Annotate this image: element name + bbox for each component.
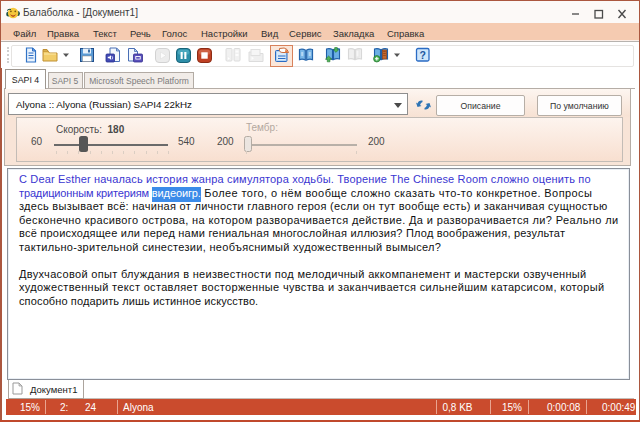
svg-text:?: ? bbox=[420, 49, 426, 61]
